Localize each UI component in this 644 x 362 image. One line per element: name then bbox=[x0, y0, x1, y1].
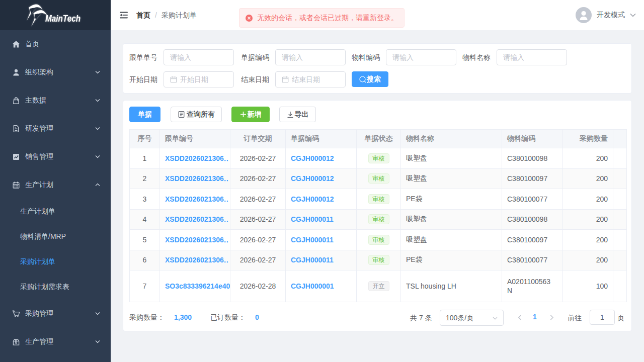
svg-text:MainTech: MainTech bbox=[45, 13, 80, 24]
